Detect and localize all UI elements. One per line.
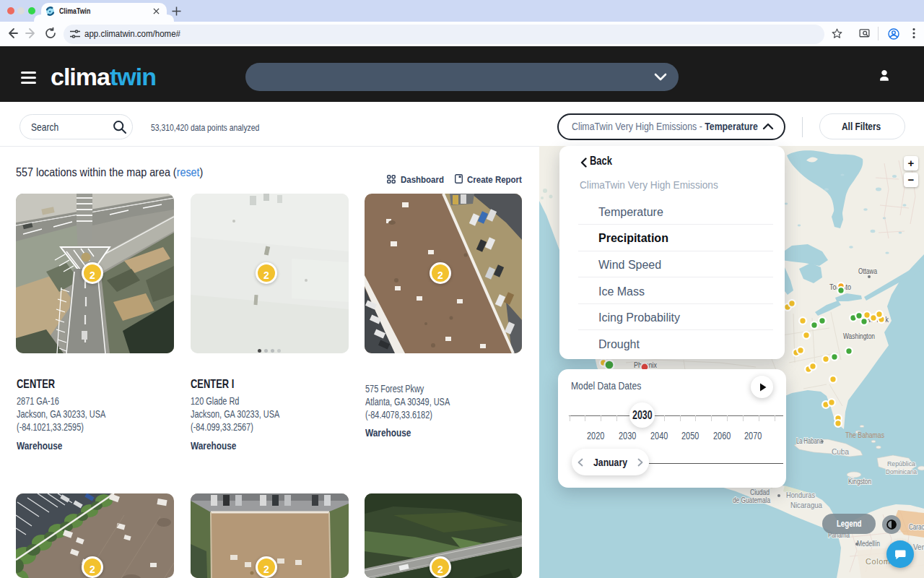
svg-text:La Habana: La Habana <box>796 437 823 445</box>
svg-text:de Guatemala: de Guatemala <box>733 496 770 504</box>
svg-text:Cuba: Cuba <box>832 447 849 456</box>
svg-text:Washington: Washington <box>843 332 875 340</box>
svg-text:Ciudad: Ciudad <box>750 488 770 496</box>
svg-text:Medellín: Medellín <box>857 539 880 548</box>
svg-text:Nicaragua: Nicaragua <box>790 501 822 509</box>
svg-text:The Bahamas: The Bahamas <box>845 431 884 439</box>
svg-text:Colom: Colom <box>866 557 890 566</box>
svg-text:Honduras: Honduras <box>786 491 815 499</box>
svg-text:Caracas: Caracas <box>909 522 924 531</box>
svg-text:Ottawa: Ottawa <box>858 267 878 275</box>
svg-text:Ven: Ven <box>913 543 924 551</box>
svg-text:Kingston: Kingston <box>848 478 871 486</box>
svg-text:República: República <box>887 460 916 467</box>
svg-text:Dominicana: Dominicana <box>886 467 918 475</box>
